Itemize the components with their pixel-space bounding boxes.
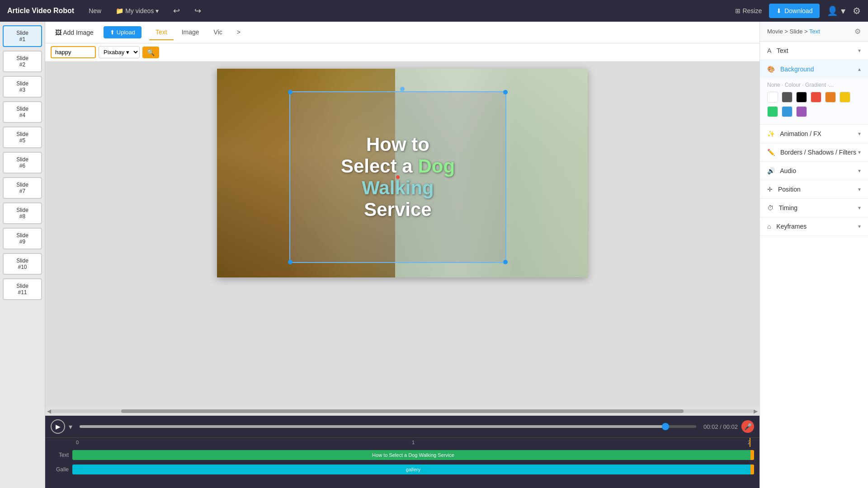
- color-swatch-green[interactable]: [767, 106, 778, 117]
- panel-section-borders-header[interactable]: ✏️ Borders / Shadows / Filters ▾: [760, 143, 868, 161]
- tab-more[interactable]: >: [231, 25, 247, 40]
- slide-thumb-1[interactable]: Slide#1: [3, 25, 42, 47]
- color-swatch-gray[interactable]: [782, 92, 793, 103]
- download-button[interactable]: ⬇ Download: [769, 4, 820, 18]
- panel-section-keyframes-header[interactable]: ⌂ Keyframes ▾: [760, 217, 868, 235]
- playback-speed-button[interactable]: ▾: [69, 422, 72, 431]
- scroll-track[interactable]: [51, 409, 754, 413]
- panel-section-background-content: None · Colour · Gradient ·...: [760, 78, 868, 124]
- media-tabs-bar: 🖼 Add Image ⬆ Upload Text Image Vic >: [45, 22, 760, 43]
- panel-section-audio: 🔊 Audio ▾: [760, 162, 868, 180]
- timeline-tracks: Text How to Select a Dog Walking Service…: [45, 447, 760, 488]
- canvas-frame: How to Select a Dog Walking Service: [217, 69, 588, 277]
- track-bar-text[interactable]: How to Select a Dog Walking Service: [72, 450, 754, 460]
- slide-thumb-10[interactable]: Slide#10: [3, 253, 42, 275]
- panel-section-background-header[interactable]: 🎨 Background ▴: [760, 60, 868, 78]
- settings-icon-button[interactable]: ⚙: [853, 5, 861, 16]
- slide-thumb-6[interactable]: Slide#6: [3, 152, 42, 174]
- slide-thumb-7[interactable]: Slide#7: [3, 177, 42, 199]
- scroll-right-arrow[interactable]: ▶: [754, 408, 758, 414]
- upload-button[interactable]: ⬆ Upload: [104, 26, 142, 38]
- track-label-text: Text: [51, 452, 69, 458]
- undo-button[interactable]: ↩: [170, 4, 184, 18]
- panel-section-animation-header[interactable]: ✨ Animation / FX ▾: [760, 125, 868, 143]
- panel-section-timing-header[interactable]: ⏱ Timing ▾: [760, 199, 868, 217]
- color-swatch-black[interactable]: [796, 92, 807, 103]
- slide-thumb-3[interactable]: Slide#3: [3, 76, 42, 98]
- slide-text-line2: Select a Dog: [341, 155, 455, 177]
- scroll-left-arrow[interactable]: ◀: [47, 408, 51, 414]
- background-sub-label: None · Colour · Gradient ·...: [767, 82, 861, 88]
- new-button[interactable]: New: [85, 5, 105, 16]
- panel-section-text-header[interactable]: A Text ▾: [760, 42, 868, 60]
- scrubber-fill: [80, 425, 665, 428]
- panel-section-background: 🎨 Background ▴ None · Colour · Gradient …: [760, 60, 868, 125]
- background-section-chevron: ▴: [858, 66, 861, 72]
- color-swatch-orange[interactable]: [825, 92, 836, 103]
- text-overlay-box[interactable]: How to Select a Dog Walking Service: [289, 91, 506, 263]
- image-icon: 🖼: [55, 29, 61, 36]
- redo-button[interactable]: ↪: [191, 4, 205, 18]
- ruler-mark-1: 1: [412, 440, 415, 445]
- ruler-track: 0 1 2: [72, 440, 754, 445]
- tab-image[interactable]: Image: [175, 25, 206, 40]
- position-section-chevron: ▾: [858, 186, 861, 192]
- right-panel-header: Movie > Slide > Text ⚙: [760, 22, 868, 42]
- top-anchor-dot: [400, 87, 405, 91]
- keyframes-section-chevron: ▾: [858, 223, 861, 230]
- timeline-playhead: [750, 438, 750, 447]
- timing-section-chevron: ▾: [858, 205, 861, 211]
- main-layout: Slide#1 Slide#2 Slide#3 Slide#4 Slide#5 …: [0, 22, 868, 488]
- color-swatch-purple[interactable]: [796, 106, 807, 117]
- resize-button[interactable]: ⊞ Resize: [735, 7, 762, 14]
- timeline-ruler: 0 1 2: [45, 438, 760, 447]
- track-row-gallery: Galle gallery: [51, 463, 754, 476]
- slide-thumb-9[interactable]: Slide#9: [3, 228, 42, 249]
- folder-icon: 📁: [116, 7, 123, 14]
- slide-thumb-8[interactable]: Slide#8: [3, 202, 42, 224]
- scrubber-thumb[interactable]: [662, 423, 669, 430]
- color-swatch-red[interactable]: [811, 92, 821, 103]
- app-logo: Article Video Robot: [7, 7, 74, 15]
- track-text-content: How to Select a Dog Walking Service: [372, 452, 454, 458]
- panel-section-animation: ✨ Animation / FX ▾: [760, 125, 868, 143]
- play-button[interactable]: ▶: [51, 419, 65, 434]
- resize-handle-bl[interactable]: [288, 260, 292, 264]
- user-icon-button[interactable]: 👤 ▾: [827, 5, 845, 16]
- tab-vic[interactable]: Vic: [208, 25, 229, 40]
- center-panel: 🖼 Add Image ⬆ Upload Text Image Vic > Pi…: [45, 22, 760, 488]
- color-swatch-blue[interactable]: [782, 106, 793, 117]
- resize-handle-br[interactable]: [503, 260, 508, 264]
- timeline-controls: ▶ ▾ 00:02 / 00:02 🎤: [45, 416, 760, 438]
- panel-section-keyframes: ⌂ Keyframes ▾: [760, 217, 868, 236]
- microphone-button[interactable]: 🎤: [741, 420, 754, 433]
- panel-section-position-header[interactable]: ✛ Position ▾: [760, 180, 868, 198]
- track-end-marker-gallery: [750, 465, 754, 474]
- background-section-icon: 🎨: [767, 66, 775, 73]
- audio-section-icon: 🔊: [767, 167, 775, 174]
- timeline-scrubber[interactable]: [80, 425, 696, 428]
- horizontal-scrollbar[interactable]: ◀ ▶: [45, 407, 760, 416]
- slide-thumb-11[interactable]: Slide#11: [3, 278, 42, 300]
- source-select[interactable]: Pixabay ▾ Unsplash Pexels: [99, 46, 140, 58]
- breadcrumb: Movie > Slide > Text: [767, 28, 820, 35]
- resize-handle-tr[interactable]: [503, 90, 508, 94]
- panel-section-text: A Text ▾: [760, 42, 868, 60]
- color-swatch-yellow[interactable]: [840, 92, 850, 103]
- tab-text[interactable]: Text: [149, 25, 174, 40]
- slide-thumb-4[interactable]: Slide#4: [3, 101, 42, 123]
- time-display: 00:02 / 00:02: [703, 423, 738, 430]
- audio-section-chevron: ▾: [858, 168, 861, 174]
- download-icon: ⬇: [776, 7, 782, 14]
- add-image-button[interactable]: 🖼 Add Image: [51, 26, 98, 39]
- resize-handle-tl[interactable]: [288, 90, 292, 94]
- slide-thumb-5[interactable]: Slide#5: [3, 127, 42, 148]
- panel-section-audio-header[interactable]: 🔊 Audio ▾: [760, 162, 868, 180]
- search-button[interactable]: 🔍: [142, 47, 159, 58]
- slide-thumb-2[interactable]: Slide#2: [3, 51, 42, 72]
- search-input[interactable]: [51, 46, 96, 58]
- color-swatch-white[interactable]: [767, 92, 778, 103]
- track-bar-gallery[interactable]: gallery: [72, 465, 754, 474]
- panel-settings-icon[interactable]: ⚙: [854, 27, 861, 36]
- my-videos-button[interactable]: 📁 My videos ▾: [112, 5, 162, 16]
